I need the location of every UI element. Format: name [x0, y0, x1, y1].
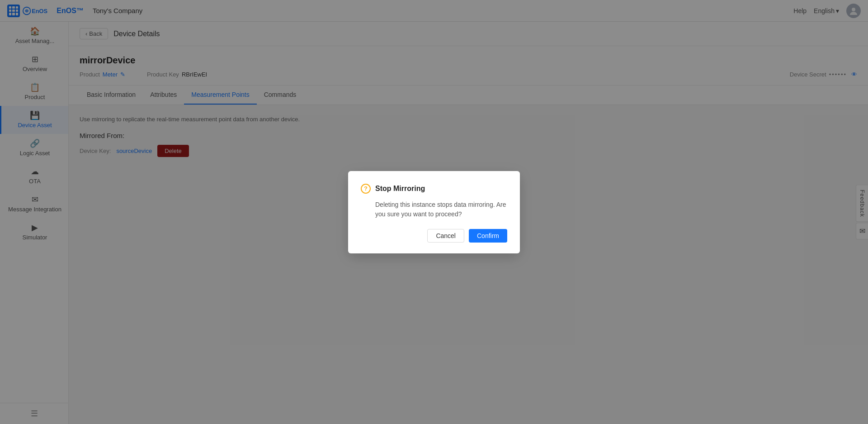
warning-icon: ?	[361, 184, 371, 194]
dialog-header: ? Stop Mirroring	[361, 184, 507, 194]
stop-mirroring-dialog: ? Stop Mirroring Deleting this instance …	[348, 171, 520, 253]
modal-overlay: ? Stop Mirroring Deleting this instance …	[0, 0, 868, 424]
dialog-body: Deleting this instance stops data mirror…	[361, 200, 507, 219]
cancel-button[interactable]: Cancel	[427, 229, 464, 243]
confirm-button[interactable]: Confirm	[469, 229, 507, 243]
dialog-title: Stop Mirroring	[375, 185, 425, 193]
dialog-actions: Cancel Confirm	[361, 229, 507, 243]
